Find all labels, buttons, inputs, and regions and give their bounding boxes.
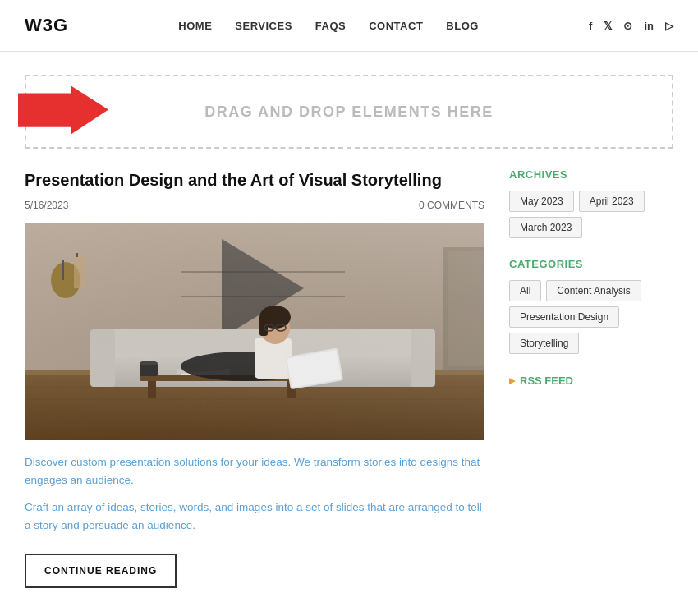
category-tag-Storytelling[interactable]: Storytelling bbox=[509, 333, 579, 354]
article-meta: 5/16/2023 0 COMMENTS bbox=[25, 200, 484, 211]
category-tag-Content-Analysis[interactable]: Content Analysis bbox=[546, 280, 641, 301]
article-image-scene bbox=[25, 223, 484, 440]
nav-item-faqs[interactable]: FAQS bbox=[315, 20, 346, 32]
main-content: Presentation Design and the Art of Visua… bbox=[0, 168, 698, 613]
twitter-icon[interactable]: 𝕏 bbox=[604, 20, 612, 32]
nav-item-services[interactable]: SERVICES bbox=[235, 20, 292, 32]
main-nav: HOMESERVICESFAQSCONTACTBLOG bbox=[178, 18, 479, 33]
continue-reading-button[interactable]: CONTINUE READING bbox=[25, 554, 177, 588]
nav-item-contact[interactable]: CONTACT bbox=[369, 20, 423, 32]
categories-heading: CATEGORIES bbox=[509, 258, 673, 270]
archive-btn-March-2023[interactable]: March 2023 bbox=[509, 217, 582, 238]
rss-section: ▸ RSS FEED bbox=[509, 374, 673, 387]
drag-drop-label: DRAG AND DROP ELEMENTS HERE bbox=[204, 103, 494, 121]
archive-buttons: May 2023April 2023March 2023 bbox=[509, 191, 673, 238]
social-icons-group: f𝕏⊙in▷ bbox=[589, 20, 673, 32]
archive-btn-April-2023[interactable]: April 2023 bbox=[579, 191, 645, 212]
article-image bbox=[25, 223, 484, 440]
article-comments: 0 COMMENTS bbox=[419, 200, 484, 211]
drag-arrow-icon bbox=[18, 85, 108, 135]
article-excerpt-2: Craft an array of ideas, stories, words,… bbox=[25, 499, 484, 534]
svg-marker-0 bbox=[18, 85, 108, 135]
site-logo: W3G bbox=[25, 15, 68, 36]
article-column: Presentation Design and the Art of Visua… bbox=[25, 168, 484, 588]
youtube-icon[interactable]: ▷ bbox=[665, 20, 673, 32]
nav-item-home[interactable]: HOME bbox=[178, 20, 212, 32]
arrow-container bbox=[18, 85, 108, 138]
linkedin-icon[interactable]: in bbox=[644, 20, 654, 32]
category-tag-All[interactable]: All bbox=[509, 280, 541, 301]
drag-drop-zone[interactable]: DRAG AND DROP ELEMENTS HERE bbox=[25, 75, 673, 149]
nav-item-blog[interactable]: BLOG bbox=[446, 20, 479, 32]
archives-heading: ARCHIVES bbox=[509, 168, 673, 181]
article-date: 5/16/2023 bbox=[25, 200, 68, 211]
article-title: Presentation Design and the Art of Visua… bbox=[25, 168, 484, 191]
article-excerpt-1: Discover custom presentation solutions f… bbox=[25, 453, 484, 489]
category-tags: AllContent AnalysisPresentation DesignSt… bbox=[509, 280, 673, 354]
right-sidebar: ARCHIVES May 2023April 2023March 2023 CA… bbox=[509, 168, 673, 588]
rss-label: RSS FEED bbox=[520, 375, 573, 387]
archives-section: ARCHIVES May 2023April 2023March 2023 bbox=[509, 168, 673, 238]
archive-btn-May-2023[interactable]: May 2023 bbox=[509, 191, 574, 212]
category-tag-Presentation-Design[interactable]: Presentation Design bbox=[509, 306, 619, 328]
facebook-icon[interactable]: f bbox=[589, 20, 592, 32]
svg-rect-38 bbox=[25, 223, 484, 440]
instagram-icon[interactable]: ⊙ bbox=[623, 20, 632, 32]
rss-icon: ▸ bbox=[509, 374, 515, 387]
site-header: W3G HOMESERVICESFAQSCONTACTBLOG f𝕏⊙in▷ bbox=[0, 0, 698, 52]
categories-section: CATEGORIES AllContent AnalysisPresentati… bbox=[509, 258, 673, 354]
rss-link[interactable]: ▸ RSS FEED bbox=[509, 374, 673, 387]
